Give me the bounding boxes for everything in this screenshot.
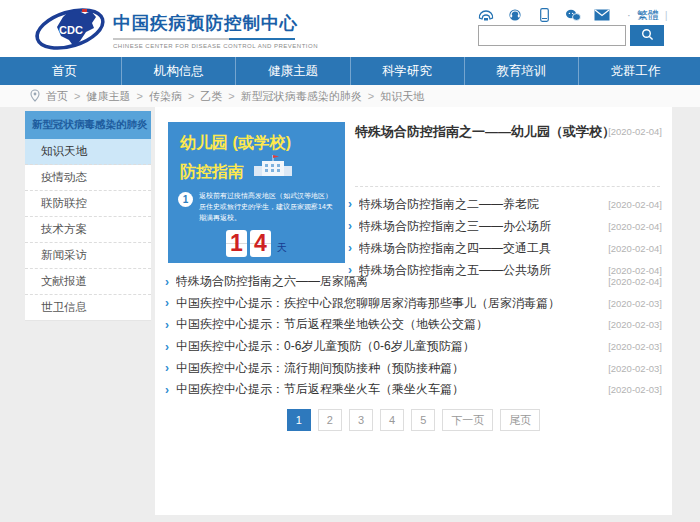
arrow-bullet-icon: › [348,219,352,233]
breadcrumb-separator: > [368,90,374,102]
topbar-links: · 繁體 | [478,6,693,24]
nav-item-party[interactable]: 党群工作 [579,57,692,85]
phone-icon[interactable] [478,8,494,22]
featured-article-title[interactable]: 特殊场合防控指南之一——幼儿园（或学校） [355,124,628,141]
article-link[interactable]: 中国疾控中心提示：0-6岁儿童预防（0-6岁儿童预防篇） [176,338,600,355]
traditional-link[interactable]: 繁體 [637,8,659,23]
search-icon [641,28,654,44]
list-item: › 特殊场合防控指南之二——养老院 [2020-02-04] [348,193,662,215]
sidebar-item-technical-plans[interactable]: 技术方案 [25,217,151,243]
article-date: [2020-02-03] [608,298,662,309]
article-link[interactable]: 特殊场合防控指南之二——养老院 [359,196,600,213]
day-digit-1: 1 [226,230,247,257]
article-date: [2020-02-04] [608,199,662,210]
arrow-bullet-icon: › [165,361,169,375]
article-link[interactable]: 中国疾控中心提示：节后返程乘坐地铁公交（地铁公交篇） [176,316,600,333]
list-item: › 特殊场合防控指南之三——办公场所 [2020-02-04] [348,215,662,237]
article-link[interactable]: 特殊场合防控指南之三——办公场所 [359,218,600,235]
school-building-icon [252,153,294,182]
site-title: 中国疾病预防控制中心 [113,11,318,35]
day-unit: 天 [277,241,287,255]
article-link[interactable]: 特殊场合防控指南之六——居家隔离 [176,273,600,290]
cdc-logo[interactable]: CDC [33,3,107,55]
main-nav: 首页 机构信息 健康主题 科学研究 教育培训 党群工作 [0,57,700,85]
list-item: › 特殊场合防控指南之四——交通工具 [2020-02-04] [348,237,662,259]
breadcrumb-separator: > [74,90,80,102]
featured-sub-list: › 特殊场合防控指南之二——养老院 [2020-02-04] › 特殊场合防控指… [348,193,662,281]
poster-step: 1 返校前有过疫情高发地区（如武汉等地区）居住史或旅行史的学生，建议居家观察14… [168,190,345,224]
featured-poster[interactable]: 幼儿园 (或学校) 防控指南 [168,122,345,263]
poster-title: 幼儿园 (或学校) 防控指南 [168,122,345,181]
pagination: 1 2 3 4 5 下一页 尾页 [155,409,672,431]
article-date: [2020-02-04] [608,243,662,254]
article-link[interactable]: 中国疾控中心提示：疾控中心跟您聊聊居家消毒那些事儿（居家消毒篇） [176,295,600,312]
article-date: [2020-02-03] [608,319,662,330]
arrow-bullet-icon: › [165,318,169,332]
sidebar-item-news-interviews[interactable]: 新闻采访 [25,243,151,269]
mobile-icon[interactable] [536,8,552,22]
traditional-switch: · 繁體 | [627,8,668,23]
search-button[interactable] [630,25,664,46]
location-pin-icon [30,89,40,104]
breadcrumb-home[interactable]: 首页 [46,89,68,104]
sidebar-item-knowledge[interactable]: 知识天地 [25,139,151,165]
article-date: [2020-02-04] [608,276,662,287]
list-item: › 特殊场合防控指南之六——居家隔离 [2020-02-04] [165,271,662,293]
list-item: › 中国疾控中心提示：流行期间预防接种（预防接种篇） [2020-02-03] [165,357,662,379]
dot-separator: · [627,9,631,21]
next-page-button[interactable]: 下一页 [442,409,493,431]
arrow-bullet-icon: › [348,241,352,255]
article-link[interactable]: 中国疾控中心提示：节后返程乘坐火车（乘坐火车篇） [176,381,600,398]
list-item: › 中国疾控中心提示：节后返程乘坐地铁公交（地铁公交篇） [2020-02-03… [165,314,662,336]
page-button-2[interactable]: 2 [318,409,342,431]
last-page-button[interactable]: 尾页 [500,409,540,431]
sidebar-item-literature[interactable]: 文献报道 [25,269,151,295]
nav-item-org-info[interactable]: 机构信息 [122,57,236,85]
nav-item-research[interactable]: 科学研究 [351,57,465,85]
arrow-bullet-icon: › [165,275,169,289]
nav-item-home[interactable]: 首页 [8,57,122,85]
nav-item-training[interactable]: 教育培训 [465,57,579,85]
arrow-bullet-icon: › [165,296,169,310]
site-title-block: 中国疾病预防控制中心 CHINESE CENTER FOR DISEASE CO… [113,11,318,49]
breadcrumb-ncov[interactable]: 新型冠状病毒感染的肺炎 [241,89,362,104]
breadcrumb-class-b[interactable]: 乙类 [200,89,222,104]
breadcrumb-separator: > [136,90,142,102]
page-button-4[interactable]: 4 [380,409,404,431]
list-item: › 中国疾控中心提示：节后返程乘坐火车（乘坐火车篇） [2020-02-03] [165,379,662,401]
featured-divider [355,186,660,187]
nav-item-health-topics[interactable]: 健康主题 [236,57,350,85]
wechat-icon[interactable] [565,8,581,22]
sidebar-item-who-info[interactable]: 世卫信息 [25,295,151,321]
step-text: 返校前有过疫情高发地区（如武汉等地区）居住史或旅行史的学生，建议居家观察14天期… [199,190,336,224]
breadcrumb-health-topics[interactable]: 健康主题 [86,89,130,104]
article-date: [2020-02-03] [608,363,662,374]
breadcrumb-knowledge[interactable]: 知识天地 [380,89,424,104]
customer-service-icon[interactable] [507,8,523,22]
sidebar-title: 新型冠状病毒感染的肺炎 [25,111,151,139]
page-button-5[interactable]: 5 [411,409,435,431]
article-link[interactable]: 特殊场合防控指南之四——交通工具 [359,240,600,257]
mail-icon[interactable] [594,8,610,22]
list-item: › 中国疾控中心提示：疾控中心跟您聊聊居家消毒那些事儿（居家消毒篇） [2020… [165,293,662,315]
article-list: › 特殊场合防控指南之六——居家隔离 [2020-02-04] › 中国疾控中心… [165,271,662,401]
site-header: CDC 中国疾病预防控制中心 CHINESE CENTER FOR DISEAS… [0,0,700,57]
page-button-3[interactable]: 3 [349,409,373,431]
page-button-1[interactable]: 1 [287,409,311,431]
page: CDC 中国疾病预防控制中心 CHINESE CENTER FOR DISEAS… [0,0,700,522]
content-card: 幼儿园 (或学校) 防控指南 [155,107,672,515]
search-input[interactable] [478,25,626,46]
day-digit-2: 4 [250,230,271,257]
article-date: [2020-02-03] [608,384,662,395]
arrow-bullet-icon: › [348,197,352,211]
breadcrumb-separator: > [228,90,234,102]
article-date: [2020-02-04] [608,221,662,232]
sidebar-item-epidemic-updates[interactable]: 疫情动态 [25,165,151,191]
sidebar-item-joint-control[interactable]: 联防联控 [25,191,151,217]
breadcrumb-infectious[interactable]: 传染病 [149,89,182,104]
article-link[interactable]: 中国疾控中心提示：流行期间预防接种（预防接种篇） [176,360,600,377]
arrow-bullet-icon: › [165,340,169,354]
featured-article-date: [2020-02-04] [608,126,662,137]
pipe-separator: | [665,9,668,21]
poster-days: 1 4 天 [168,230,345,257]
